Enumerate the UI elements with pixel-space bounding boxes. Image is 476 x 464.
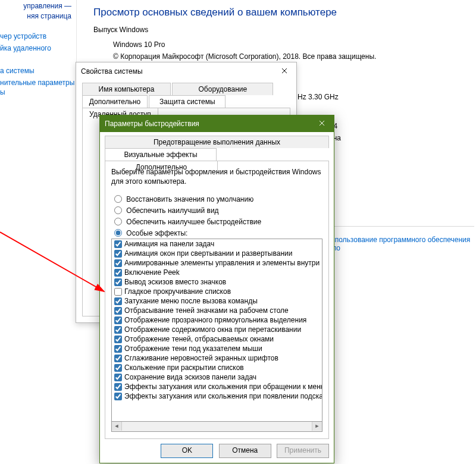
copyright-text: © Корпорация Майкрософт (Microsoft Corpo… [113, 52, 376, 61]
effect-item[interactable]: Сглаживание неровностей экранных шрифтов [112, 353, 322, 363]
effect-label: Отображение прозрачного прямоугольника в… [124, 316, 306, 324]
radio-label: Особые эффекты: [126, 229, 187, 237]
effect-label: Гладкое прокручивание списков [124, 287, 231, 296]
page-title: Просмотр основных сведений о вашем компь… [93, 7, 337, 18]
system-properties-titlebar[interactable]: Свойства системы [76, 62, 296, 80]
sidebar-item-advanced[interactable]: нительные параметры [0, 79, 74, 87]
effect-checkbox[interactable] [114, 278, 122, 286]
tab-hardware[interactable]: Оборудование [172, 83, 273, 95]
windows-edition: Windows 10 Pro [113, 40, 165, 49]
radio-custom-input[interactable] [114, 229, 122, 237]
effect-item[interactable]: Эффекты затухания или скольжения при обр… [112, 382, 322, 391]
radio-label: Восстановить значения по умолчанию [126, 195, 253, 203]
effect-label: Отображение теней, отбрасываемых окнами [124, 335, 274, 343]
effect-checkbox[interactable] [114, 355, 122, 362]
effect-item[interactable]: Затухание меню после вызова команды [112, 296, 322, 306]
effect-checkbox[interactable] [114, 307, 122, 315]
close-icon[interactable] [310, 115, 334, 132]
system-properties-title: Свойства системы [81, 67, 143, 76]
apply-button[interactable]: Применить [277, 444, 329, 458]
effect-item[interactable]: Сохранение вида эскизов панели задач [112, 372, 322, 382]
sidebar-heading-1: управления — [0, 2, 71, 10]
sidebar-item-remote[interactable]: йка удаленного [0, 44, 51, 52]
activation-link[interactable]: а использование программного обеспечения… [321, 236, 476, 252]
effect-label: Включение Peek [124, 268, 180, 277]
performance-tabs-row-2: Визуальные эффекты Дополнительно [105, 148, 329, 161]
ok-button[interactable]: OK [161, 444, 213, 458]
effect-checkbox[interactable] [114, 364, 122, 372]
visual-effects-panel: Выберите параметры оформления и быстроде… [105, 161, 329, 439]
close-icon[interactable] [273, 62, 296, 80]
dialog-buttons: OK Отмена Применить [100, 439, 334, 463]
effect-item[interactable]: Гладкое прокручивание списков [112, 287, 322, 296]
effect-item[interactable]: Отбрасывание теней значками на рабочем с… [112, 306, 322, 315]
panel-description: Выберите параметры оформления и быстроде… [111, 167, 322, 186]
system-tabs-row-2: Дополнительно Защита системы Удаленный д… [82, 95, 290, 108]
sidebar-item-device-manager[interactable]: чер устройств [0, 32, 46, 40]
effect-checkbox[interactable] [114, 326, 122, 334]
radio-custom[interactable]: Особые эффекты: [111, 227, 322, 237]
effect-checkbox[interactable] [114, 393, 122, 400]
radio-best-performance[interactable]: Обеспечить наилучшее быстродействие [111, 216, 322, 226]
radio-best-appearance[interactable]: Обеспечить наилучший вид [111, 205, 322, 215]
performance-body: Предотвращение выполнения данных Визуаль… [105, 136, 329, 439]
effect-checkbox[interactable] [114, 259, 122, 267]
effect-checkbox[interactable] [114, 383, 122, 391]
effect-label: Анимация окон при свертывании и разверты… [124, 249, 292, 258]
effect-label: Отбрасывание теней значками на рабочем с… [124, 306, 289, 315]
effect-checkbox[interactable] [114, 288, 122, 296]
horizontal-scrollbar[interactable]: ◄ ► [111, 422, 322, 432]
effect-label: Сохранение вида эскизов панели задач [124, 373, 256, 381]
cpu-freq-fragment: Hz 3.30 GHz [298, 93, 339, 101]
sidebar-heading-2: няя страница [0, 12, 71, 20]
radio-best-performance-input[interactable] [114, 218, 122, 225]
effect-label: Эффекты затухания или скольжения при поя… [124, 392, 322, 400]
system-tabs-row-1: Имя компьютера Оборудование [82, 83, 290, 95]
tab-dep[interactable]: Предотвращение выполнения данных [105, 136, 329, 148]
performance-titlebar[interactable]: Параметры быстродействия [100, 115, 334, 132]
performance-mode-group: Восстановить значения по умолчанию Обесп… [111, 193, 322, 237]
sidebar-item-protection[interactable]: а системы [0, 67, 35, 75]
tab-advanced[interactable]: Дополнительно [82, 95, 148, 108]
effect-checkbox[interactable] [114, 345, 122, 353]
effect-checkbox[interactable] [114, 297, 122, 305]
tab-visual-effects[interactable]: Визуальные эффекты [105, 148, 217, 161]
effect-label: Отображение содержимого окна при перетас… [124, 325, 301, 334]
effect-label: Скольжение при раскрытии списков [124, 363, 244, 372]
performance-options-dialog: Параметры быстродействия Предотвращение … [99, 115, 334, 463]
effect-item[interactable]: Эффекты затухания или скольжения при поя… [112, 391, 322, 401]
scroll-right-icon[interactable]: ► [312, 422, 322, 431]
effect-item[interactable]: Отображение содержимого окна при перетас… [112, 325, 322, 334]
effect-item[interactable]: Анимированные элементы управления и элем… [112, 258, 322, 268]
tab-computer-name[interactable]: Имя компьютера [82, 83, 171, 95]
effect-checkbox[interactable] [114, 269, 122, 277]
sidebar-item-advanced-cont[interactable]: ы [0, 88, 5, 96]
effect-label: Анимированные элементы управления и элем… [124, 259, 322, 267]
effect-item[interactable]: Вывод эскизов вместо значков [112, 277, 322, 287]
effect-label: Затухание меню после вызова команды [124, 297, 258, 305]
effect-label: Вывод эскизов вместо значков [124, 278, 226, 286]
effect-checkbox[interactable] [114, 374, 122, 381]
cancel-button[interactable]: Отмена [219, 444, 271, 458]
effect-item[interactable]: Отображение прозрачного прямоугольника в… [112, 315, 322, 325]
radio-restore-defaults-input[interactable] [114, 195, 122, 203]
sidebar: управления — няя страница чер устройств … [0, 0, 77, 321]
effect-item[interactable]: Анимация на панели задач [112, 239, 322, 249]
radio-restore-defaults[interactable]: Восстановить значения по умолчанию [111, 193, 322, 203]
effect-item[interactable]: Отображение теней, отбрасываемых окнами [112, 334, 322, 344]
effect-item[interactable]: Скольжение при раскрытии списков [112, 363, 322, 372]
radio-label: Обеспечить наилучшее быстродействие [126, 218, 261, 226]
effect-checkbox[interactable] [114, 316, 122, 324]
effect-label: Эффекты затухания или скольжения при обр… [124, 383, 322, 391]
effect-item[interactable]: Анимация окон при свертывании и разверты… [112, 249, 322, 258]
effect-item[interactable]: Включение Peek [112, 268, 322, 277]
effects-list[interactable]: Анимация на панели задачАнимация окон пр… [111, 239, 322, 422]
tab-system-protection[interactable]: Защита системы [149, 95, 226, 108]
radio-best-appearance-input[interactable] [114, 206, 122, 214]
effect-item[interactable]: Отображение тени под указателем мыши [112, 344, 322, 353]
scroll-left-icon[interactable]: ◄ [112, 422, 122, 431]
effect-label: Отображение тени под указателем мыши [124, 344, 262, 353]
effect-checkbox[interactable] [114, 336, 122, 343]
effect-checkbox[interactable] [114, 240, 122, 248]
effect-checkbox[interactable] [114, 250, 122, 258]
